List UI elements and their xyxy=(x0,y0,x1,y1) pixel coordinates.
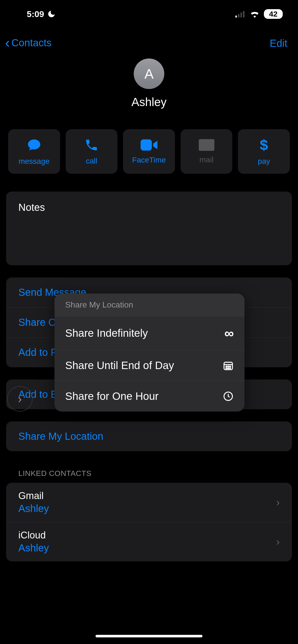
popover-option-label: Share Until End of Day xyxy=(65,359,174,372)
svg-point-11 xyxy=(228,368,229,369)
chevron-left-icon: ‹ xyxy=(5,36,10,50)
popover-option-label: Share Indefinitely xyxy=(65,327,148,339)
wifi-icon xyxy=(250,10,260,18)
status-time: 5:09 xyxy=(27,9,44,19)
popover-title: Share My Location xyxy=(55,294,245,316)
pay-button[interactable]: $ pay xyxy=(238,129,290,174)
linked-row-gmail[interactable]: Gmail Ashley › xyxy=(6,483,292,522)
chevron-right-icon: › xyxy=(276,497,280,508)
contact-name: Ashley xyxy=(131,95,167,109)
cellular-icon xyxy=(235,10,246,18)
dnd-moon-icon xyxy=(47,10,56,18)
share-location-row[interactable]: Share My Location xyxy=(6,421,292,451)
battery-indicator: 42 xyxy=(264,9,283,19)
call-button[interactable]: call xyxy=(66,129,118,174)
svg-point-10 xyxy=(226,368,227,369)
svg-rect-0 xyxy=(235,16,237,18)
contact-header: A Ashley xyxy=(0,64,298,109)
back-label: Contacts xyxy=(11,37,52,49)
popover-option-end-of-day[interactable]: Share Until End of Day xyxy=(55,350,245,381)
message-button[interactable]: message xyxy=(8,129,60,174)
clock-icon xyxy=(223,391,234,402)
calendar-icon xyxy=(223,360,234,371)
svg-rect-1 xyxy=(238,14,239,18)
back-button[interactable]: ‹ Contacts xyxy=(5,36,52,50)
svg-point-7 xyxy=(226,366,227,367)
options-section-3: Share My Location xyxy=(6,421,292,451)
dollar-icon: $ xyxy=(260,138,268,152)
tip-bubble[interactable]: › xyxy=(7,386,33,412)
mail-button: mail xyxy=(181,129,233,174)
chevron-right-icon: › xyxy=(276,536,280,548)
notes-title: Notes xyxy=(18,202,280,213)
popover-option-label: Share for One Hour xyxy=(65,390,159,402)
message-label: message xyxy=(19,157,50,166)
svg-point-8 xyxy=(228,366,229,367)
edit-button[interactable]: Edit xyxy=(270,38,287,49)
infinity-icon: ∞ xyxy=(224,326,234,341)
home-indicator[interactable] xyxy=(96,635,202,637)
linked-source: iCloud xyxy=(18,530,276,541)
mail-icon xyxy=(199,139,214,151)
pay-label: pay xyxy=(258,157,270,166)
popover-option-one-hour[interactable]: Share for One Hour xyxy=(55,381,245,412)
linked-contacts-section: Gmail Ashley › iCloud Ashley › xyxy=(6,483,292,561)
linked-name: Ashley xyxy=(18,503,276,514)
svg-rect-2 xyxy=(240,12,242,18)
notes-section[interactable]: Notes xyxy=(6,192,292,265)
svg-point-12 xyxy=(230,368,231,369)
facetime-label: FaceTime xyxy=(132,156,166,164)
status-bar: 5:09 42 xyxy=(0,0,298,28)
linked-name: Ashley xyxy=(18,542,276,554)
chevron-right-icon: › xyxy=(18,392,22,406)
svg-point-9 xyxy=(230,366,231,367)
linked-source: Gmail xyxy=(18,490,276,501)
svg-rect-4 xyxy=(141,139,152,151)
facetime-button[interactable]: FaceTime xyxy=(123,129,175,174)
nav-bar: ‹ Contacts Edit xyxy=(0,28,298,66)
message-icon xyxy=(26,138,42,152)
call-label: call xyxy=(86,157,97,165)
action-row: message call FaceTime mail $ pay xyxy=(0,129,298,174)
linked-contacts-header: LINKED CONTACTS xyxy=(18,469,286,478)
svg-rect-3 xyxy=(243,11,245,18)
linked-row-icloud[interactable]: iCloud Ashley › xyxy=(6,522,292,561)
video-icon xyxy=(141,139,157,151)
phone-icon xyxy=(84,138,99,152)
share-location-popover: Share My Location Share Indefinitely ∞ S… xyxy=(55,294,245,412)
mail-label: mail xyxy=(199,155,213,164)
popover-option-indefinitely[interactable]: Share Indefinitely ∞ xyxy=(55,316,245,350)
